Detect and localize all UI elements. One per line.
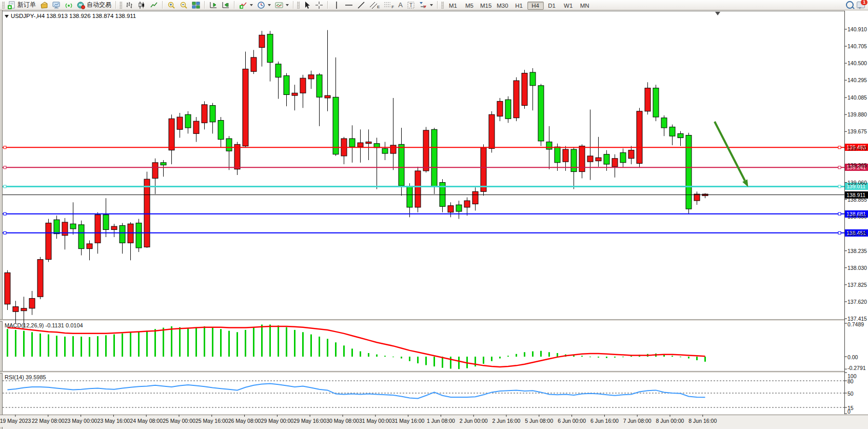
search-icon[interactable]	[846, 1, 854, 9]
separator	[293, 1, 294, 9]
toolbar-grip[interactable]	[2, 2, 5, 9]
zoom-out-button[interactable]	[177, 0, 190, 10]
channel-tool-button[interactable]: E	[367, 0, 382, 10]
template-icon	[275, 1, 283, 9]
zoom-in-icon	[167, 1, 175, 9]
fibonacci-icon	[384, 1, 392, 9]
toolbar-grip[interactable]	[297, 2, 300, 9]
crosshair-tool-button[interactable]	[313, 0, 325, 10]
signals-button[interactable]	[63, 0, 75, 10]
signal-icon	[65, 1, 73, 9]
auto-scroll-button[interactable]	[207, 0, 220, 10]
tf-button-W1[interactable]: W1	[560, 2, 577, 10]
separator	[162, 1, 163, 9]
candlestick-chart-button[interactable]	[135, 0, 148, 10]
svg-text:T: T	[409, 3, 412, 8]
separator	[115, 1, 116, 9]
tile-windows-icon	[192, 1, 200, 9]
dropdown-caret	[286, 4, 289, 6]
separator	[234, 1, 235, 9]
fibonacci-letter: F	[391, 5, 394, 9]
toolbar-grip[interactable]	[120, 2, 122, 9]
arrows-tool-icon	[419, 1, 427, 9]
tf-button-H4[interactable]: H4	[527, 2, 544, 10]
trendline-tool-button[interactable]	[355, 0, 367, 10]
new-order-icon	[8, 1, 16, 9]
tile-windows-button[interactable]	[190, 0, 202, 10]
text-tool-icon: A	[398, 1, 403, 9]
auto-scroll-icon	[209, 1, 218, 9]
new-order-label: 新订单	[17, 1, 36, 9]
auto-trading-button[interactable]: 自动交易	[75, 0, 113, 10]
chat-icon[interactable]: 1	[857, 2, 865, 8]
main-chart-panel[interactable]	[3, 11, 844, 320]
cursor-tool-button[interactable]	[301, 0, 313, 10]
history-pouch-button[interactable]	[38, 0, 50, 10]
pouch-icon	[40, 1, 48, 9]
crosshair-icon	[315, 1, 323, 9]
vertical-line-icon	[332, 1, 341, 9]
timeframe-group: M1M5M15M30H1H4D1W1MN	[445, 1, 593, 10]
equidistant-channel-icon	[369, 1, 378, 9]
new-order-button[interactable]: 新订单	[6, 0, 38, 10]
chart-menu-triangle-icon[interactable]	[5, 15, 9, 18]
trendline-icon	[357, 1, 365, 9]
separator	[327, 1, 328, 9]
fibonacci-tool-button[interactable]: F	[382, 0, 396, 10]
vertical-line-tool-button[interactable]	[330, 0, 343, 10]
price-axis-border	[844, 11, 845, 414]
arrows-tool-button[interactable]	[417, 0, 435, 10]
macd-panel[interactable]	[3, 321, 844, 371]
chart-shift-marker-icon[interactable]	[715, 12, 720, 15]
tf-button-MN[interactable]: MN	[577, 2, 593, 10]
dropdown-caret	[430, 4, 433, 6]
price-axis[interactable]	[845, 11, 868, 414]
zoom-out-icon	[180, 1, 188, 9]
tf-button-M5[interactable]: M5	[461, 2, 478, 10]
separator	[204, 1, 205, 9]
zoom-in-button[interactable]	[165, 0, 177, 10]
channel-letter: E	[377, 5, 380, 9]
tf-button-M1[interactable]: M1	[445, 2, 461, 10]
clock-icon	[257, 1, 265, 9]
dropdown-caret	[250, 4, 253, 6]
toolbar-grip[interactable]	[441, 2, 444, 9]
tf-button-M15[interactable]: M15	[478, 2, 494, 10]
separator	[437, 1, 438, 9]
candlestick-chart-icon	[137, 1, 146, 9]
text-label-tool-button[interactable]: T	[405, 0, 417, 10]
tf-button-D1[interactable]: D1	[544, 2, 560, 10]
auto-trading-label: 自动交易	[87, 1, 111, 9]
text-tool-button[interactable]: A	[396, 0, 405, 10]
bar-chart-icon	[125, 1, 133, 9]
indicators-icon	[239, 1, 247, 9]
tf-button-M30[interactable]: M30	[494, 2, 510, 10]
chart-shift-icon	[222, 1, 230, 9]
chart-shift-button[interactable]	[220, 0, 232, 10]
rsi-panel[interactable]	[3, 373, 844, 414]
line-chart-button[interactable]	[148, 0, 160, 10]
tf-button-H1[interactable]: H1	[511, 2, 527, 10]
toolbar: 新订单	[0, 0, 868, 10]
chart-title: USDJPY-,H4 138.913 138.926 138.874 138.9…	[5, 13, 136, 19]
bar-chart-button[interactable]	[123, 0, 135, 10]
auto-trading-icon	[77, 1, 85, 9]
mt4-terminal: { "toolbar": { "new_order_label": "新订单",…	[0, 0, 868, 429]
periods-button[interactable]	[255, 0, 273, 10]
dropdown-caret	[268, 4, 271, 6]
horizontal-line-icon	[345, 1, 353, 9]
indicators-button[interactable]	[237, 0, 255, 10]
templates-button[interactable]	[273, 0, 291, 10]
notification-badge[interactable]: 1	[861, 0, 867, 5]
text-label-icon: T	[407, 1, 415, 9]
monitor-icon	[52, 1, 61, 9]
horizontal-line-tool-button[interactable]	[343, 0, 355, 10]
market-watch-button[interactable]	[50, 0, 63, 10]
time-axis[interactable]	[0, 415, 868, 427]
line-chart-icon	[150, 1, 158, 9]
cursor-icon	[303, 1, 311, 9]
